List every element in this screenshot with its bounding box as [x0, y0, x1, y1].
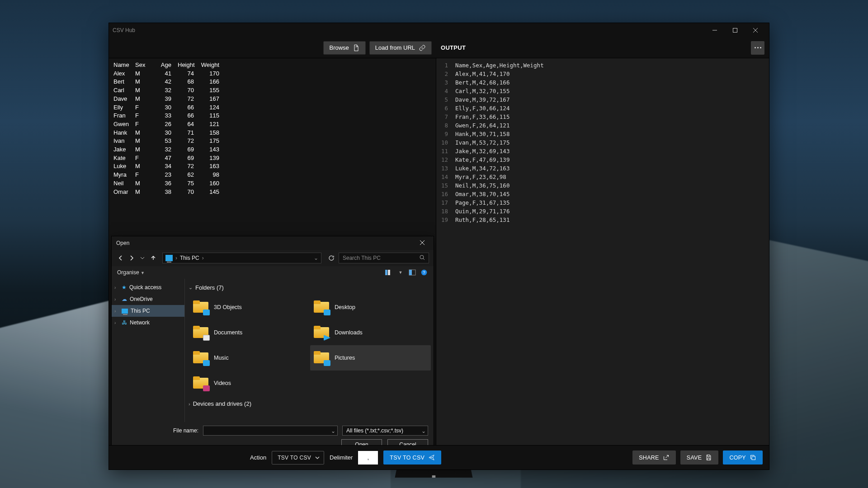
- file-type-filter[interactable]: All files (*.txt;*.csv;*.tsv) ⌄: [342, 426, 428, 436]
- organise-button[interactable]: Organise ▼: [117, 269, 145, 276]
- table-cell: M: [135, 86, 157, 95]
- table-cell: Fran: [113, 112, 135, 120]
- table-cell: 70: [178, 188, 198, 197]
- table-cell: 47: [157, 154, 178, 163]
- table-cell: F: [135, 112, 157, 120]
- table-cell: 33: [157, 112, 178, 120]
- table-cell: 71: [178, 129, 198, 137]
- file-plus-icon: [353, 44, 360, 52]
- filename-input[interactable]: ⌄: [203, 426, 338, 436]
- chevron-down-icon[interactable]: ⌄: [314, 255, 318, 261]
- tree-onedrive[interactable]: ›☁ OneDrive: [112, 293, 184, 305]
- close-button[interactable]: [745, 23, 765, 37]
- send-icon: [428, 454, 435, 461]
- tree-quick-access[interactable]: ›★ Quick access: [112, 282, 184, 293]
- table-cell: Bert: [113, 78, 135, 86]
- svg-text:?: ?: [423, 270, 425, 275]
- folder-3d-objects[interactable]: 3D Objects: [189, 295, 310, 320]
- drives-section-header[interactable]: › Devices and drives (2): [188, 399, 431, 411]
- run-conversion-button[interactable]: TSV TO CSV: [383, 450, 441, 465]
- nav-back-button[interactable]: [116, 253, 125, 263]
- breadcrumb[interactable]: › This PC › ⌄: [162, 253, 321, 263]
- folder-pictures[interactable]: Pictures: [310, 345, 431, 371]
- table-cell: M: [135, 179, 157, 188]
- table-cell: 74: [178, 70, 198, 78]
- folder-videos[interactable]: Videos: [189, 371, 310, 396]
- table-cell: 64: [178, 120, 198, 129]
- more-options-button[interactable]: [751, 41, 764, 55]
- save-button[interactable]: SAVE: [680, 450, 719, 465]
- table-cell: F: [135, 154, 157, 163]
- table-cell: 166: [198, 78, 224, 86]
- dialog-open-button[interactable]: Open: [341, 439, 382, 445]
- table-cell: Luke: [113, 162, 135, 171]
- input-panel[interactable]: NameSexAgeHeightWeightAlexM4174170BertM4…: [109, 58, 436, 445]
- tree-this-pc[interactable]: › This PC: [112, 305, 184, 317]
- svg-rect-3: [388, 270, 390, 275]
- cloud-icon: ☁: [122, 296, 127, 302]
- content-area: NameSexAgeHeightWeightAlexM4174170BertM4…: [109, 58, 769, 445]
- table-cell: M: [135, 95, 157, 103]
- folder-downloads[interactable]: Downloads: [310, 320, 431, 345]
- table-cell: Gwen: [113, 120, 135, 129]
- cube-overlay-icon: [203, 310, 210, 315]
- app-title: CSV Hub: [113, 27, 135, 33]
- view-change-button[interactable]: [385, 268, 393, 277]
- table-cell: 115: [198, 112, 224, 120]
- pc-icon: [165, 255, 173, 261]
- input-table: NameSexAgeHeightWeightAlexM4174170BertM4…: [109, 58, 436, 199]
- save-icon: [705, 454, 712, 461]
- table-cell: M: [135, 70, 157, 78]
- document-overlay-icon: [203, 335, 210, 341]
- table-cell: 68: [178, 78, 198, 86]
- svg-rect-8: [752, 456, 755, 460]
- nav-forward-button[interactable]: [127, 253, 136, 263]
- table-cell: 36: [157, 179, 178, 188]
- table-cell: Omar: [113, 188, 135, 197]
- folder-documents[interactable]: Documents: [189, 320, 310, 345]
- table-cell: 30: [157, 129, 178, 137]
- table-cell: 98: [198, 171, 224, 179]
- nav-recent-button[interactable]: [138, 253, 147, 263]
- table-cell: 70: [178, 86, 198, 95]
- folders-section-header[interactable]: ⌄ Folders (7): [188, 282, 431, 295]
- table-cell: 139: [198, 154, 224, 163]
- folder-music[interactable]: Music: [189, 345, 310, 371]
- table-cell: Kate: [113, 154, 135, 163]
- chevron-down-icon: ▼: [141, 271, 145, 275]
- help-button[interactable]: ?: [420, 268, 428, 277]
- svg-rect-2: [385, 270, 387, 275]
- chevron-down-icon[interactable]: ▼: [396, 268, 405, 277]
- delimiter-input[interactable]: [358, 451, 378, 465]
- table-cell: M: [135, 129, 157, 137]
- table-cell: 69: [178, 145, 198, 154]
- output-panel[interactable]: 12345678910111213141516171819 Name,Sex,A…: [436, 58, 769, 445]
- action-select[interactable]: TSV TO CSV: [272, 451, 324, 465]
- table-header-cell: Weight: [198, 61, 224, 70]
- open-dialog: Open: [111, 236, 434, 445]
- load-url-button[interactable]: Load from URL: [369, 41, 432, 55]
- nav-up-button[interactable]: [149, 253, 158, 263]
- dialog-close-button[interactable]: [415, 240, 429, 246]
- table-cell: 69: [178, 154, 198, 163]
- browse-button[interactable]: Browse: [323, 41, 365, 55]
- preview-pane-button[interactable]: [408, 268, 416, 277]
- table-cell: 167: [198, 95, 224, 103]
- copy-button[interactable]: COPY: [723, 450, 763, 465]
- table-cell: 26: [157, 120, 178, 129]
- folder-desktop[interactable]: Desktop: [310, 295, 431, 320]
- dialog-title: Open: [116, 240, 129, 246]
- tree-network[interactable]: ›🖧 Network: [112, 317, 184, 328]
- filename-label: File name:: [173, 427, 198, 434]
- share-icon: [663, 454, 670, 461]
- table-cell: 158: [198, 129, 224, 137]
- minimize-button[interactable]: [704, 23, 725, 37]
- table-cell: Myra: [113, 171, 135, 179]
- search-input[interactable]: Search This PC: [339, 253, 429, 263]
- refresh-button[interactable]: [326, 253, 337, 263]
- dialog-cancel-button[interactable]: Cancel: [387, 439, 428, 445]
- table-cell: 23: [157, 171, 178, 179]
- share-button[interactable]: SHARE: [632, 450, 676, 465]
- maximize-button[interactable]: [725, 23, 745, 37]
- network-icon: 🖧: [122, 319, 127, 326]
